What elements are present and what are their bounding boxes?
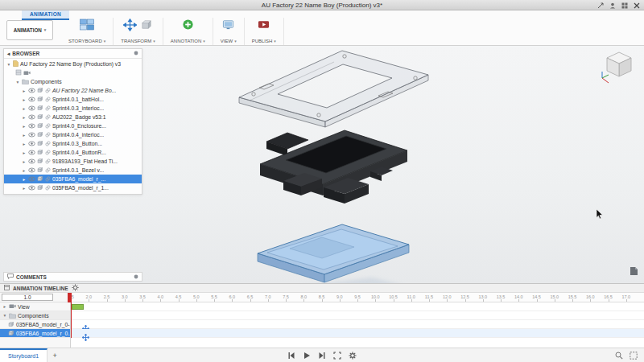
timeline-row-label[interactable]: 035FBA6_model_r_0... — [0, 329, 70, 338]
browser-item[interactable]: ▸ AU Factory 22 Name Bo... — [4, 86, 142, 95]
timeline-track-area[interactable]: 1.52.02.53.03.54.04.55.05.56.06.57.07.58… — [71, 293, 644, 348]
go-to-start-button[interactable] — [287, 352, 295, 360]
timeline-ruler[interactable]: 1.52.02.53.03.54.04.55.05.56.06.57.07.58… — [71, 293, 644, 302]
browser-item[interactable]: ▸ Sprint4.0.4_ButtonR... — [4, 148, 142, 157]
comments-bar[interactable]: COMMENTS — [3, 272, 142, 282]
browser-item[interactable]: ▸ 035FBA5_model_r_1... — [4, 183, 142, 192]
timeline-row-track[interactable] — [71, 302, 644, 311]
apps-grid-icon[interactable] — [621, 2, 628, 9]
collapse-panel-icon[interactable]: ◂ — [7, 51, 10, 57]
component-icon[interactable] — [141, 19, 153, 34]
timeline-row-track[interactable] — [71, 329, 644, 338]
browser-item[interactable]: ▸ AU2022_Badge v53:1 — [4, 113, 142, 121]
eye-icon[interactable] — [28, 105, 35, 112]
timeline-row-track[interactable] — [71, 320, 644, 329]
play-button[interactable] — [303, 352, 311, 360]
playhead-handle[interactable] — [68, 293, 72, 302]
camera-keyframe-bar[interactable] — [72, 304, 84, 310]
chevron-expanded-icon[interactable]: ▾ — [6, 62, 11, 67]
playhead-line — [71, 302, 72, 338]
top-shell-part[interactable] — [239, 51, 428, 127]
browser-item[interactable]: ▸ Sprint4.0.1_Bezel v... — [4, 166, 142, 175]
storyboard-icon[interactable] — [80, 19, 94, 34]
bottom-shell-part[interactable] — [258, 224, 409, 282]
playback-controls — [287, 352, 357, 360]
fit-view-button[interactable] — [333, 352, 341, 360]
browser-item[interactable]: ▸ Sprint4.0.3_Button... — [4, 139, 142, 148]
timeline-zoom-controls — [615, 348, 638, 362]
document-icon[interactable] — [630, 265, 638, 279]
eye-icon[interactable] — [28, 167, 35, 174]
eye-icon[interactable] — [28, 158, 35, 165]
ribbon-group-view[interactable]: VIEW▾ — [213, 18, 245, 45]
middle-assembly-part[interactable] — [260, 130, 407, 204]
browser-item[interactable]: ▸ 91893A193_Flat Head Ti... — [4, 157, 142, 166]
ribbon-group-annotation[interactable]: ANNOTATION▾ — [163, 18, 213, 45]
chevron-collapsed-icon[interactable]: ▸ — [22, 97, 27, 102]
eye-icon[interactable] — [28, 185, 35, 191]
chevron-collapsed-icon[interactable]: ▸ — [22, 124, 27, 129]
chevron-down-icon: ▾ — [234, 39, 237, 43]
chevron-collapsed-icon[interactable]: ▸ — [22, 186, 27, 191]
chevron-collapsed-icon[interactable]: ▸ — [22, 133, 27, 138]
browser-units-row[interactable] — [4, 68, 142, 77]
chevron-collapsed-icon[interactable]: ▸ — [22, 106, 27, 111]
settings-button[interactable] — [349, 352, 357, 360]
move-action-icon[interactable] — [82, 330, 89, 344]
eye-icon[interactable] — [28, 88, 35, 94]
eye-icon[interactable] — [28, 176, 35, 183]
avatar-icon[interactable] — [609, 2, 616, 9]
chevron-collapsed-icon[interactable]: ▸ — [22, 159, 27, 164]
browser-item[interactable]: ▸ Sprint4.0.3_interloc... — [4, 104, 142, 113]
storyboard-tab[interactable]: Storyboard1 — [0, 348, 47, 362]
gear-icon[interactable] — [72, 284, 79, 292]
timeline-row-track[interactable] — [71, 311, 644, 320]
move-icon[interactable] — [123, 19, 137, 35]
link-icon — [45, 88, 51, 94]
view-icon[interactable] — [222, 19, 234, 34]
close-icon[interactable] — [634, 2, 640, 9]
workspace-switcher-button[interactable]: ANIMATION ▾ — [6, 20, 53, 40]
publish-icon[interactable] — [258, 19, 270, 34]
ribbon-group-publish[interactable]: PUBLISH▾ — [245, 18, 284, 45]
fit-timeline-icon[interactable] — [630, 348, 638, 362]
named-views-icon — [23, 70, 31, 76]
go-to-end-button[interactable] — [318, 352, 326, 360]
view-cube[interactable] — [599, 47, 639, 91]
current-time-field[interactable]: 1.0 — [2, 294, 53, 301]
browser-filter-icon[interactable] — [134, 51, 138, 56]
chevron-collapsed-icon[interactable]: ▸ — [22, 168, 27, 173]
chevron-down-icon: ▾ — [203, 39, 205, 43]
chevron-collapsed-icon[interactable]: ▸ — [22, 150, 27, 155]
viewport[interactable]: ◂ BROWSER ▾AU Factory 22 Name Boy (Produ… — [0, 46, 644, 283]
browser-item[interactable]: ▸ Sprint4.0.4_interloc... — [4, 130, 142, 139]
ribbon-group-storyboard[interactable]: STORYBOARD▾ — [61, 18, 114, 45]
browser-root-item[interactable]: ▾AU Factory 22 Name Boy (Production) v3 — [4, 60, 142, 68]
expand-icon[interactable] — [597, 2, 604, 9]
browser-item[interactable]: ▸ 035FBA6_model_r_... — [4, 175, 142, 183]
browser-item[interactable]: ▸ Sprint4.0.1_battHol... — [4, 95, 142, 104]
browser-item[interactable]: ▸ Sprint4.0_Enclosure... — [4, 121, 142, 130]
comments-options-icon[interactable] — [134, 274, 138, 280]
add-storyboard-button[interactable]: + — [47, 352, 62, 360]
timeline-row-label[interactable]: 035FBA5_model_r_0-... — [0, 320, 70, 329]
browser-folder-components[interactable]: ▾Components — [4, 77, 142, 86]
chevron-icon[interactable]: ▸ — [2, 304, 7, 309]
chevron-collapsed-icon[interactable]: ▸ — [22, 88, 27, 93]
eye-icon[interactable] — [28, 132, 35, 138]
eye-icon[interactable] — [28, 97, 35, 103]
chevron-icon[interactable]: ▾ — [2, 313, 7, 318]
timeline-row-label[interactable]: ▸ View — [0, 302, 70, 311]
zoom-timeline-icon[interactable] — [615, 348, 623, 362]
chevron-collapsed-icon[interactable]: ▸ — [22, 115, 27, 120]
eye-icon[interactable] — [28, 150, 35, 156]
chevron-collapsed-icon[interactable]: ▸ — [22, 142, 27, 146]
chevron-collapsed-icon[interactable]: ▸ — [22, 177, 27, 182]
eye-icon[interactable] — [28, 114, 35, 121]
timeline-row-label[interactable]: ▾ Components — [0, 311, 70, 320]
ribbon-group-transform[interactable]: TRANSFORM▾ — [114, 18, 163, 45]
eye-icon[interactable] — [28, 141, 35, 147]
eye-icon[interactable] — [28, 123, 35, 130]
annotation-icon[interactable] — [182, 19, 194, 34]
chevron-expanded-icon[interactable]: ▾ — [15, 80, 20, 84]
